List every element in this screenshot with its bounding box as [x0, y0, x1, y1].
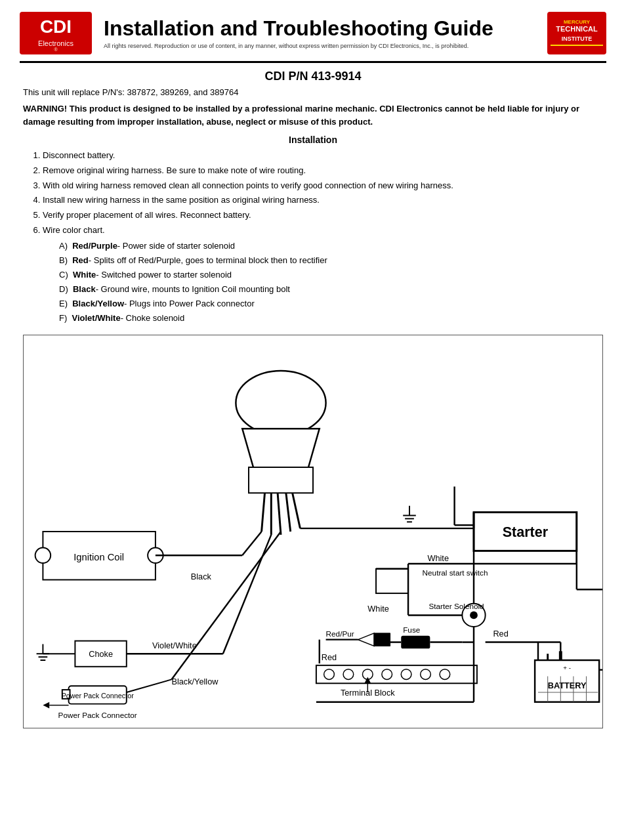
- step-3: With old wiring harness removed clean al…: [43, 179, 603, 193]
- svg-text:TECHNICAL: TECHNICAL: [556, 25, 598, 33]
- technical-institute-logo: MERCURY TECHNICAL INSTITUTE: [547, 12, 606, 54]
- color-b: B) Red- Splits off of Red/Purple, goes t…: [59, 253, 603, 268]
- black-label: Black: [191, 572, 212, 582]
- installation-title: Installation: [23, 135, 603, 145]
- svg-point-63: [343, 669, 354, 680]
- svg-text:®: ®: [54, 47, 58, 52]
- color-a: A) Red/Purple- Power side of starter sol…: [59, 239, 603, 253]
- svg-marker-53: [374, 633, 390, 646]
- warning-text: WARNING! This product is designed to be …: [23, 102, 603, 128]
- svg-line-35: [171, 532, 281, 679]
- step-5: Verify proper placement of all wires. Re…: [43, 209, 603, 222]
- step-6: Wire color chart.: [43, 224, 603, 238]
- svg-point-67: [421, 669, 431, 680]
- svg-point-66: [401, 669, 411, 680]
- violet-white-label: Violet/White: [152, 641, 197, 651]
- color-c-name: White: [73, 270, 96, 280]
- main-title: Installation and Troubleshooting Guide: [104, 17, 535, 40]
- svg-marker-33: [43, 702, 49, 709]
- color-e: E) Black/Yellow- Plugs into Power Pack c…: [59, 297, 603, 311]
- battery-label: BATTERY: [548, 681, 587, 690]
- cdi-logo: CDI Electronics ®: [20, 12, 92, 54]
- diagram-svg: Ignition Coil Black Choke Violet/White P…: [24, 335, 602, 728]
- svg-rect-61: [316, 665, 477, 683]
- red-right-label: Red: [493, 629, 508, 639]
- neutral-start-label-1: Neutral start switch: [423, 568, 488, 577]
- color-a-name: Red/Purple: [72, 241, 117, 251]
- svg-rect-8: [551, 45, 603, 46]
- svg-line-15: [286, 494, 291, 532]
- white-top-label: White: [427, 553, 449, 563]
- svg-line-16: [293, 494, 301, 529]
- step-1: Disconnect battery.: [43, 149, 603, 163]
- svg-text:+  -: + -: [563, 664, 571, 671]
- header-title-block: Installation and Troubleshooting Guide A…: [104, 17, 535, 49]
- svg-rect-43: [376, 569, 408, 593]
- choke-label: Choke: [89, 649, 113, 659]
- svg-line-14: [278, 494, 281, 536]
- svg-point-18: [35, 548, 51, 564]
- part-number: CDI P/N 413-9914: [23, 70, 603, 83]
- copyright-text: All rights reserved. Reproduction or use…: [104, 43, 535, 49]
- svg-text:MERCURY: MERCURY: [564, 19, 591, 25]
- wiring-diagram: Ignition Coil Black Choke Violet/White P…: [23, 335, 603, 728]
- svg-line-29: [223, 535, 272, 654]
- starter-label: Starter: [503, 524, 549, 540]
- svg-rect-55: [401, 636, 430, 649]
- step-2: Remove original wiring harness. Be sure …: [43, 164, 603, 178]
- color-b-name: Red: [72, 255, 89, 265]
- svg-line-12: [262, 494, 265, 532]
- ignition-coil-label: Ignition Coil: [73, 552, 124, 562]
- svg-text:CDI: CDI: [40, 16, 72, 37]
- svg-text:INSTITUTE: INSTITUTE: [562, 35, 593, 42]
- power-pack-connector-label: Power Pack Connector: [62, 692, 135, 700]
- replaces-text: This unit will replace P/N's: 387872, 38…: [23, 87, 603, 97]
- svg-line-21: [242, 532, 261, 555]
- svg-marker-52: [358, 633, 375, 646]
- step-4: Install new wiring harness in the same p…: [43, 194, 603, 207]
- red-bottom-label: Red: [322, 652, 337, 662]
- color-e-name: Black/Yellow: [72, 299, 124, 308]
- svg-text:Electronics: Electronics: [38, 39, 73, 47]
- color-c: C) White- Switched power to starter sole…: [59, 268, 603, 282]
- page-header: CDI Electronics ® Installation and Troub…: [20, 12, 606, 63]
- color-f-name: Violet/White: [72, 313, 121, 323]
- starter-solenoid-label: Starter Solenoid: [428, 602, 484, 610]
- instructions-block: Disconnect battery. Remove original wiri…: [30, 149, 603, 326]
- red-pur-label: Red/Pur: [326, 629, 354, 638]
- power-pack-bottom-label: Power Pack Connector: [58, 711, 137, 720]
- steps-list: Disconnect battery. Remove original wiri…: [43, 149, 603, 238]
- svg-point-62: [324, 669, 335, 680]
- svg-point-68: [440, 669, 450, 680]
- svg-rect-11: [249, 467, 313, 493]
- black-yellow-label: Black/Yellow: [171, 677, 219, 687]
- svg-point-9: [236, 371, 325, 435]
- page-content: CDI P/N 413-9914 This unit will replace …: [20, 70, 606, 728]
- svg-rect-4: [547, 12, 606, 54]
- color-d: D) Black- Ground wire, mounts to Ignitio…: [59, 282, 603, 297]
- color-f: F) Violet/White- Choke solenoid: [59, 311, 603, 326]
- svg-point-65: [382, 669, 392, 680]
- color-chart-list: A) Red/Purple- Power side of starter sol…: [59, 239, 603, 326]
- fuse-label: Fuse: [403, 625, 421, 634]
- svg-line-34: [127, 680, 172, 693]
- color-d-name: Black: [73, 284, 96, 294]
- white-bottom-label: White: [367, 604, 389, 614]
- svg-point-49: [470, 612, 478, 620]
